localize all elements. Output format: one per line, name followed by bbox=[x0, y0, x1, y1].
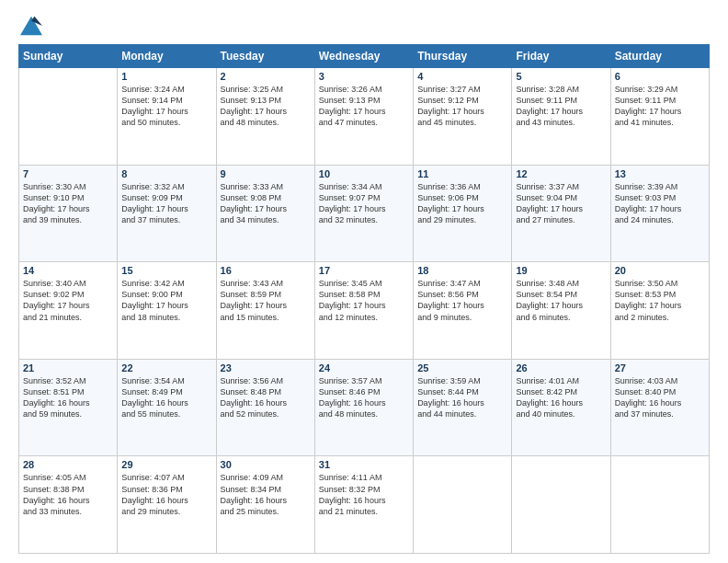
day-number: 31 bbox=[319, 459, 409, 470]
calendar-cell: 29Sunrise: 4:07 AM Sunset: 8:36 PM Dayli… bbox=[118, 456, 216, 554]
calendar-header-row: SundayMondayTuesdayWednesdayThursdayFrid… bbox=[19, 45, 710, 68]
day-number: 19 bbox=[516, 265, 606, 276]
day-number: 16 bbox=[221, 265, 311, 276]
logo bbox=[18, 15, 48, 37]
calendar-cell: 18Sunrise: 3:47 AM Sunset: 8:56 PM Dayli… bbox=[414, 262, 512, 360]
day-number: 28 bbox=[23, 459, 113, 470]
calendar-header-wednesday: Wednesday bbox=[314, 45, 413, 68]
day-number: 13 bbox=[615, 168, 705, 179]
calendar-cell: 20Sunrise: 3:50 AM Sunset: 8:53 PM Dayli… bbox=[610, 262, 709, 360]
day-number: 9 bbox=[221, 168, 311, 179]
calendar-cell: 19Sunrise: 3:48 AM Sunset: 8:54 PM Dayli… bbox=[512, 262, 610, 360]
calendar-header-thursday: Thursday bbox=[414, 45, 512, 68]
calendar-cell: 21Sunrise: 3:52 AM Sunset: 8:51 PM Dayli… bbox=[19, 359, 118, 456]
calendar-cell: 15Sunrise: 3:42 AM Sunset: 9:00 PM Dayli… bbox=[118, 262, 216, 360]
day-number: 17 bbox=[319, 265, 409, 276]
cell-content: Sunrise: 3:57 AM Sunset: 8:46 PM Dayligh… bbox=[319, 375, 409, 420]
day-number: 10 bbox=[319, 168, 409, 179]
cell-content: Sunrise: 3:52 AM Sunset: 8:51 PM Dayligh… bbox=[23, 375, 113, 420]
day-number: 18 bbox=[417, 265, 507, 276]
calendar-cell: 26Sunrise: 4:01 AM Sunset: 8:42 PM Dayli… bbox=[512, 359, 610, 456]
day-number: 20 bbox=[615, 265, 705, 276]
cell-content: Sunrise: 3:54 AM Sunset: 8:49 PM Dayligh… bbox=[121, 375, 211, 420]
cell-content: Sunrise: 3:37 AM Sunset: 9:04 PM Dayligh… bbox=[516, 181, 606, 226]
cell-content: Sunrise: 3:50 AM Sunset: 8:53 PM Dayligh… bbox=[615, 278, 705, 323]
day-number: 14 bbox=[23, 265, 113, 276]
calendar-week-5: 28Sunrise: 4:05 AM Sunset: 8:38 PM Dayli… bbox=[19, 456, 710, 554]
cell-content: Sunrise: 3:36 AM Sunset: 9:06 PM Dayligh… bbox=[417, 181, 507, 226]
day-number: 24 bbox=[319, 362, 409, 373]
calendar-cell: 23Sunrise: 3:56 AM Sunset: 8:48 PM Dayli… bbox=[216, 359, 314, 456]
cell-content: Sunrise: 3:59 AM Sunset: 8:44 PM Dayligh… bbox=[417, 375, 507, 420]
calendar-cell: 9Sunrise: 3:33 AM Sunset: 9:08 PM Daylig… bbox=[216, 165, 314, 262]
calendar-cell: 10Sunrise: 3:34 AM Sunset: 9:07 PM Dayli… bbox=[314, 165, 413, 262]
cell-content: Sunrise: 3:48 AM Sunset: 8:54 PM Dayligh… bbox=[516, 278, 606, 323]
calendar-header-tuesday: Tuesday bbox=[216, 45, 314, 68]
day-number: 22 bbox=[121, 362, 211, 373]
cell-content: Sunrise: 3:47 AM Sunset: 8:56 PM Dayligh… bbox=[417, 278, 507, 323]
calendar-cell: 4Sunrise: 3:27 AM Sunset: 9:12 PM Daylig… bbox=[414, 68, 512, 166]
cell-content: Sunrise: 3:43 AM Sunset: 8:59 PM Dayligh… bbox=[221, 278, 311, 323]
cell-content: Sunrise: 3:45 AM Sunset: 8:58 PM Dayligh… bbox=[319, 278, 409, 323]
calendar-cell: 13Sunrise: 3:39 AM Sunset: 9:03 PM Dayli… bbox=[610, 165, 709, 262]
day-number: 6 bbox=[615, 71, 705, 82]
cell-content: Sunrise: 3:28 AM Sunset: 9:11 PM Dayligh… bbox=[516, 84, 606, 129]
calendar-cell bbox=[414, 456, 512, 554]
cell-content: Sunrise: 3:29 AM Sunset: 9:11 PM Dayligh… bbox=[615, 84, 705, 129]
calendar-cell: 2Sunrise: 3:25 AM Sunset: 9:13 PM Daylig… bbox=[216, 68, 314, 166]
calendar-cell: 1Sunrise: 3:24 AM Sunset: 9:14 PM Daylig… bbox=[118, 68, 216, 166]
calendar-cell: 27Sunrise: 4:03 AM Sunset: 8:40 PM Dayli… bbox=[610, 359, 709, 456]
day-number: 15 bbox=[121, 265, 211, 276]
calendar-cell: 22Sunrise: 3:54 AM Sunset: 8:49 PM Dayli… bbox=[118, 359, 216, 456]
day-number: 1 bbox=[121, 71, 211, 82]
day-number: 7 bbox=[23, 168, 113, 179]
calendar-header-monday: Monday bbox=[118, 45, 216, 68]
calendar-week-4: 21Sunrise: 3:52 AM Sunset: 8:51 PM Dayli… bbox=[19, 359, 710, 456]
calendar-cell: 14Sunrise: 3:40 AM Sunset: 9:02 PM Dayli… bbox=[19, 262, 118, 360]
calendar-cell: 8Sunrise: 3:32 AM Sunset: 9:09 PM Daylig… bbox=[118, 165, 216, 262]
calendar-cell: 25Sunrise: 3:59 AM Sunset: 8:44 PM Dayli… bbox=[414, 359, 512, 456]
day-number: 3 bbox=[319, 71, 409, 82]
calendar-cell bbox=[512, 456, 610, 554]
calendar-cell: 28Sunrise: 4:05 AM Sunset: 8:38 PM Dayli… bbox=[19, 456, 118, 554]
cell-content: Sunrise: 3:24 AM Sunset: 9:14 PM Dayligh… bbox=[121, 84, 211, 129]
svg-marker-0 bbox=[20, 17, 42, 36]
calendar-week-3: 14Sunrise: 3:40 AM Sunset: 9:02 PM Dayli… bbox=[19, 262, 710, 360]
calendar-header-sunday: Sunday bbox=[19, 45, 118, 68]
cell-content: Sunrise: 3:32 AM Sunset: 9:09 PM Dayligh… bbox=[121, 181, 211, 226]
cell-content: Sunrise: 4:07 AM Sunset: 8:36 PM Dayligh… bbox=[121, 472, 211, 517]
calendar-cell: 16Sunrise: 3:43 AM Sunset: 8:59 PM Dayli… bbox=[216, 262, 314, 360]
day-number: 26 bbox=[516, 362, 606, 373]
cell-content: Sunrise: 4:05 AM Sunset: 8:38 PM Dayligh… bbox=[23, 472, 113, 517]
cell-content: Sunrise: 3:27 AM Sunset: 9:12 PM Dayligh… bbox=[417, 84, 507, 129]
calendar-cell: 31Sunrise: 4:11 AM Sunset: 8:32 PM Dayli… bbox=[314, 456, 413, 554]
calendar-cell: 24Sunrise: 3:57 AM Sunset: 8:46 PM Dayli… bbox=[314, 359, 413, 456]
calendar-cell: 30Sunrise: 4:09 AM Sunset: 8:34 PM Dayli… bbox=[216, 456, 314, 554]
cell-content: Sunrise: 3:26 AM Sunset: 9:13 PM Dayligh… bbox=[319, 84, 409, 129]
calendar-cell: 3Sunrise: 3:26 AM Sunset: 9:13 PM Daylig… bbox=[314, 68, 413, 166]
calendar-week-1: 1Sunrise: 3:24 AM Sunset: 9:14 PM Daylig… bbox=[19, 68, 710, 166]
day-number: 25 bbox=[417, 362, 507, 373]
cell-content: Sunrise: 3:30 AM Sunset: 9:10 PM Dayligh… bbox=[23, 181, 113, 226]
calendar-header-friday: Friday bbox=[512, 45, 610, 68]
day-number: 8 bbox=[121, 168, 211, 179]
calendar-cell: 17Sunrise: 3:45 AM Sunset: 8:58 PM Dayli… bbox=[314, 262, 413, 360]
cell-content: Sunrise: 3:33 AM Sunset: 9:08 PM Dayligh… bbox=[221, 181, 311, 226]
calendar-cell bbox=[610, 456, 709, 554]
day-number: 27 bbox=[615, 362, 705, 373]
calendar-table: SundayMondayTuesdayWednesdayThursdayFrid… bbox=[18, 44, 710, 554]
day-number: 29 bbox=[121, 459, 211, 470]
calendar-header-saturday: Saturday bbox=[610, 45, 709, 68]
header bbox=[18, 15, 710, 37]
cell-content: Sunrise: 3:39 AM Sunset: 9:03 PM Dayligh… bbox=[615, 181, 705, 226]
cell-content: Sunrise: 4:03 AM Sunset: 8:40 PM Dayligh… bbox=[615, 375, 705, 420]
calendar-cell: 5Sunrise: 3:28 AM Sunset: 9:11 PM Daylig… bbox=[512, 68, 610, 166]
page: SundayMondayTuesdayWednesdayThursdayFrid… bbox=[0, 0, 728, 563]
calendar-cell: 11Sunrise: 3:36 AM Sunset: 9:06 PM Dayli… bbox=[414, 165, 512, 262]
day-number: 4 bbox=[417, 71, 507, 82]
cell-content: Sunrise: 3:56 AM Sunset: 8:48 PM Dayligh… bbox=[221, 375, 311, 420]
calendar-cell: 6Sunrise: 3:29 AM Sunset: 9:11 PM Daylig… bbox=[610, 68, 709, 166]
calendar-week-2: 7Sunrise: 3:30 AM Sunset: 9:10 PM Daylig… bbox=[19, 165, 710, 262]
day-number: 5 bbox=[516, 71, 606, 82]
cell-content: Sunrise: 4:01 AM Sunset: 8:42 PM Dayligh… bbox=[516, 375, 606, 420]
